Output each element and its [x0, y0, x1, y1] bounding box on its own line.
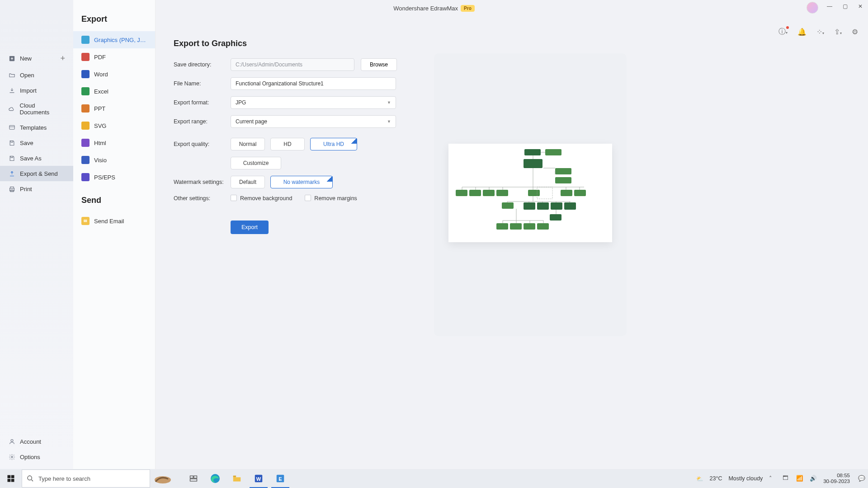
watermark-label: Watermark settings:	[174, 179, 231, 185]
graphics-icon	[81, 36, 90, 44]
format-label: Excel	[94, 88, 108, 95]
export-preview	[434, 53, 627, 336]
ppt-icon	[81, 104, 90, 113]
edge-app[interactable]	[204, 469, 226, 488]
search-icon	[27, 475, 34, 482]
format-item-pseps[interactable]: PS/EPS	[73, 169, 155, 186]
format-label: Word	[94, 71, 108, 78]
disk-icon	[8, 155, 15, 162]
sidebar-item-account[interactable]: Account	[0, 434, 73, 449]
action-center-icon[interactable]: 💬	[858, 475, 865, 482]
word-app[interactable]: W	[248, 469, 269, 488]
bell-icon[interactable]: 🔔	[797, 28, 807, 36]
quality-hd-button[interactable]: HD	[270, 138, 305, 150]
gear-icon[interactable]: ⚙	[852, 28, 858, 36]
apps-icon[interactable]: ⁘▾	[816, 28, 824, 36]
svg-point-9	[28, 476, 32, 480]
share-icon[interactable]: ⇪▾	[834, 28, 842, 36]
svg-rect-4	[537, 187, 552, 199]
plus-icon: +	[60, 54, 65, 63]
minimize-button[interactable]: —	[822, 0, 837, 13]
format-label: PS/EPS	[94, 174, 115, 181]
weather-temp: 23°C	[710, 475, 722, 482]
format-item-word[interactable]: Word	[73, 66, 155, 83]
tray-volume-icon[interactable]: 🔊	[810, 475, 817, 482]
quality-ultra-button[interactable]: Ultra HD	[310, 138, 357, 150]
svg-rect-6	[11, 475, 14, 479]
remove-margins-checkbox[interactable]: Remove margins	[305, 195, 357, 202]
svg-rect-5	[8, 475, 11, 479]
avatar[interactable]	[807, 2, 818, 14]
export-format-label: Export format:	[174, 99, 231, 106]
sidebar-item-templates[interactable]: Templates	[0, 120, 73, 135]
explorer-app[interactable]	[226, 469, 248, 488]
send-item-sendemail[interactable]: ✉Send Email	[73, 212, 155, 230]
export-range-select[interactable]: Current page ▼	[231, 115, 396, 128]
svg-rect-12	[194, 476, 197, 478]
sidebar-item-new[interactable]: New +	[0, 50, 73, 67]
chevron-down-icon: ▼	[387, 100, 391, 105]
taskbar-clock[interactable]: 08:55 30-09-2023	[823, 473, 852, 484]
sidebar-item-cloud[interactable]: Cloud Documents	[0, 98, 73, 120]
other-settings-label: Other settings:	[174, 195, 231, 202]
close-button[interactable]: ✕	[853, 0, 868, 13]
sidebar-item-save[interactable]: Save	[0, 135, 73, 150]
quality-normal-button[interactable]: Normal	[231, 138, 265, 150]
svg-rect-7	[8, 479, 11, 482]
sidebar-item-saveas[interactable]: Save As	[0, 150, 73, 166]
weather-cloud-icon: ⛅	[696, 475, 703, 482]
tray-chevron-up-icon[interactable]: ˄	[769, 475, 776, 482]
sidebar-item-label: Print	[20, 186, 32, 192]
format-label: PPT	[94, 105, 105, 112]
excel-icon	[81, 87, 90, 95]
sidebar-item-label: Save As	[20, 155, 42, 162]
filename-label: File Name:	[174, 80, 231, 87]
format-item-visio[interactable]: Visio	[73, 151, 155, 169]
sidebar-item-open[interactable]: Open	[0, 67, 73, 83]
format-item-graphics[interactable]: Graphics (PNG, JPG e...	[73, 31, 155, 48]
taskbar-search[interactable]: Type here to search	[22, 469, 150, 488]
sidebar-item-label: Account	[20, 438, 41, 445]
format-label: Graphics (PNG, JPG e...	[94, 37, 147, 43]
send-label: Send Email	[94, 218, 124, 225]
svg-point-3	[11, 456, 13, 458]
page-title: Export to Graphics	[174, 39, 850, 48]
help-icon[interactable]: ⓘ▾	[778, 27, 788, 37]
watermark-none-button[interactable]: No watermarks	[270, 176, 333, 188]
start-button[interactable]	[0, 469, 22, 488]
watermark-none-label: No watermarks	[283, 179, 320, 185]
pro-badge: Pro	[461, 5, 475, 12]
watermark-default-button[interactable]: Default	[231, 176, 265, 188]
browse-button[interactable]: Browse	[361, 58, 397, 71]
remove-background-label: Remove background	[240, 195, 292, 202]
maximize-button[interactable]: ▢	[837, 0, 853, 13]
tray-battery-icon[interactable]: 🗔	[783, 475, 790, 482]
customize-button[interactable]: Customize	[231, 157, 281, 169]
filename-input[interactable]	[231, 77, 396, 90]
clock-time: 08:55	[823, 473, 850, 479]
svg-rect-1	[9, 125, 14, 129]
sidebar-item-label: Import	[20, 87, 37, 94]
sidebar-item-label: Templates	[20, 124, 47, 131]
export-format-select[interactable]: JPG ▼	[231, 96, 396, 109]
sidebar-item-export[interactable]: Export & Send	[0, 166, 73, 181]
task-view-button[interactable]	[183, 469, 204, 488]
save-dir-input[interactable]	[231, 58, 354, 71]
remove-background-checkbox[interactable]: Remove background	[231, 195, 292, 202]
format-item-svg[interactable]: SVG	[73, 117, 155, 134]
sidebar-item-print[interactable]: Print	[0, 181, 73, 197]
folder-icon	[8, 71, 15, 79]
format-item-html[interactable]: Html	[73, 134, 155, 151]
sidebar-item-options[interactable]: Options	[0, 449, 73, 465]
remove-margins-label: Remove margins	[314, 195, 357, 202]
format-item-pdf[interactable]: PDF	[73, 48, 155, 66]
export-button[interactable]: Export	[231, 221, 269, 234]
sidebar-item-import[interactable]: Import	[0, 83, 73, 98]
edrawmax-app[interactable]: E	[269, 469, 291, 488]
tray-wifi-icon[interactable]: 📶	[796, 475, 803, 482]
format-item-ppt[interactable]: PPT	[73, 100, 155, 117]
format-item-excel[interactable]: Excel	[73, 83, 155, 100]
download-icon	[8, 87, 15, 94]
export-icon	[8, 170, 15, 177]
export-range-label: Export range:	[174, 118, 231, 125]
